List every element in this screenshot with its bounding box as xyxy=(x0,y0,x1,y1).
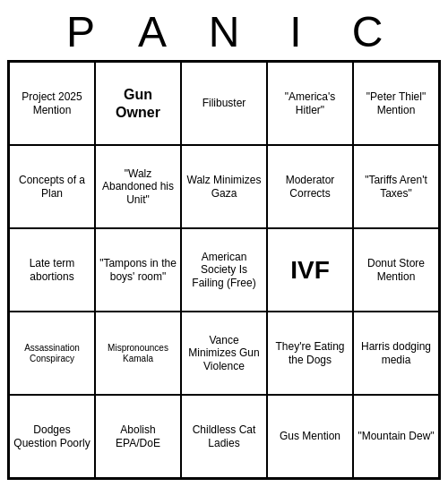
cell-0-1[interactable]: Gun Owner xyxy=(95,62,181,145)
letter-a: A xyxy=(116,7,188,56)
cell-3-1[interactable]: Mispronounces Kamala xyxy=(95,312,181,395)
cell-3-0[interactable]: Assassination Conspiracy xyxy=(9,312,95,395)
title-row: P A N I C xyxy=(7,7,441,56)
bingo-grid: Project 2025 Mention Gun Owner Filibuste… xyxy=(7,60,441,480)
cell-1-3[interactable]: Moderator Corrects xyxy=(267,145,353,228)
cell-4-0[interactable]: Dodges Question Poorly xyxy=(9,395,95,478)
cell-3-4[interactable]: Harris dodging media xyxy=(353,312,439,395)
cell-1-2[interactable]: Walz Minimizes Gaza xyxy=(181,145,267,228)
letter-n: N xyxy=(188,7,260,56)
cell-2-2[interactable]: American Society Is Failing (Free) xyxy=(181,228,267,312)
cell-4-2[interactable]: Childless Cat Ladies xyxy=(181,395,267,478)
letter-i: I xyxy=(260,7,332,56)
cell-0-0[interactable]: Project 2025 Mention xyxy=(9,62,95,145)
cell-3-3[interactable]: They're Eating the Dogs xyxy=(267,312,353,395)
letter-c: C xyxy=(332,7,403,56)
cell-1-4[interactable]: "Tariffs Aren't Taxes" xyxy=(353,145,439,228)
cell-2-1[interactable]: "Tampons in the boys' room" xyxy=(95,228,181,312)
cell-1-0[interactable]: Concepts of a Plan xyxy=(9,145,95,228)
cell-4-1[interactable]: Abolish EPA/DoE xyxy=(95,395,181,478)
letter-p: P xyxy=(45,7,116,56)
cell-0-2[interactable]: Filibuster xyxy=(181,62,267,145)
cell-2-0[interactable]: Late term abortions xyxy=(9,228,95,312)
cell-0-3[interactable]: "America's Hitler" xyxy=(267,62,353,145)
cell-2-4[interactable]: Donut Store Mention xyxy=(353,228,439,312)
cell-4-3[interactable]: Gus Mention xyxy=(267,395,353,478)
cell-0-4[interactable]: "Peter Thiel" Mention xyxy=(353,62,439,145)
cell-2-3[interactable]: IVF xyxy=(267,228,353,312)
cell-1-1[interactable]: "Walz Abandoned his Unit" xyxy=(95,145,181,228)
cell-3-2[interactable]: Vance Minimizes Gun Violence xyxy=(181,312,267,395)
cell-4-4[interactable]: "Mountain Dew" xyxy=(353,395,439,478)
